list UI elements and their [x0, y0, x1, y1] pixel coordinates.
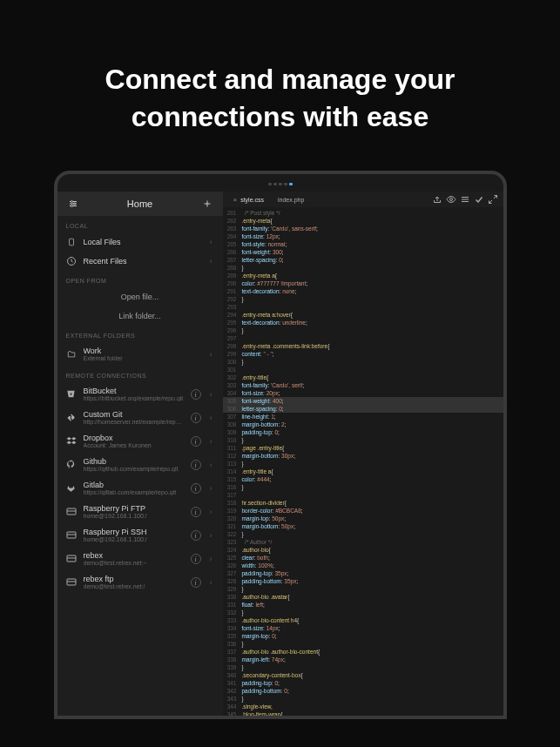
open-file-link[interactable]: Open file... — [57, 287, 223, 306]
expand-icon[interactable] — [488, 194, 498, 205]
code-line: 296 } — [223, 326, 503, 334]
sidebar-item-remote[interactable]: rebex demo@test.rebex.net:~ i › — [57, 547, 223, 570]
folder-icon — [66, 349, 77, 360]
share-icon[interactable] — [432, 194, 442, 205]
sidebar-item-sub: External folder — [84, 355, 201, 361]
connection-icon — [66, 389, 77, 400]
code-line: 319 border-color: #BCBCA8; — [223, 507, 503, 515]
svg-point-4 — [73, 203, 75, 205]
line-number: 290 — [223, 279, 242, 287]
sidebar-item-recent-files[interactable]: Recent Files › — [57, 252, 223, 271]
sidebar-item-remote[interactable]: Github https://github.com/example/repo.g… — [57, 453, 223, 476]
line-number: 296 — [223, 326, 242, 334]
line-number: 344 — [223, 703, 242, 710]
sidebar-item-label: Raspberry Pi FTP — [84, 504, 184, 513]
check-icon[interactable] — [474, 194, 484, 205]
line-number: 315 — [223, 475, 242, 483]
info-icon[interactable]: i — [191, 413, 201, 423]
editor-pane: × style.css index.php 281 /* Post style … — [223, 192, 503, 716]
sidebar-item-remote[interactable]: Dropbox Account: James Kuronen i › — [57, 429, 223, 453]
sidebar-item-label: Work — [84, 347, 201, 355]
chevron-right-icon: › — [208, 414, 214, 422]
line-number: 285 — [223, 240, 242, 248]
code-line: 322 } — [223, 530, 503, 538]
phone-icon — [66, 237, 77, 247]
line-number: 300 — [223, 358, 242, 366]
code-line: 282 .entry-meta { — [223, 217, 503, 225]
svg-rect-8 — [69, 239, 73, 246]
eye-icon[interactable] — [446, 194, 456, 205]
sidebar-item-work[interactable]: Work External folder › — [57, 342, 223, 366]
settings-icon[interactable] — [66, 197, 80, 211]
add-icon[interactable] — [200, 197, 214, 211]
info-icon[interactable]: i — [191, 507, 201, 517]
line-number: 317 — [223, 491, 242, 499]
code-line: 336 } — [223, 640, 503, 648]
sidebar-item-sub: https://gitlab.com/example/repo.git — [84, 489, 184, 495]
info-icon[interactable]: i — [191, 389, 201, 400]
info-icon[interactable]: i — [191, 483, 201, 494]
line-number: 295 — [223, 319, 242, 326]
section-external: EXTERNAL FOLDERS — [57, 326, 223, 342]
line-number: 318 — [223, 499, 242, 507]
info-icon[interactable]: i — [191, 436, 201, 447]
line-number: 337 — [223, 648, 242, 656]
page-heading: Connect and manage your connections with… — [0, 0, 560, 171]
line-number: 293 — [223, 303, 242, 311]
code-line: 304 font-size: 20px; — [223, 389, 503, 397]
sidebar-item-remote[interactable]: Raspberry Pi FTP home@192.168.1.100:/ i … — [57, 500, 223, 523]
sidebar-item-remote[interactable]: BitBucket https://bitbucket.org/example/… — [57, 382, 223, 406]
code-line: 345 .blog-item-wrap { — [223, 710, 503, 716]
info-icon[interactable]: i — [191, 530, 201, 541]
sidebar-item-label: rebex ftp — [84, 575, 184, 583]
sidebar-item-local-files[interactable]: Local Files › — [57, 232, 223, 252]
code-line: 321 margin-bottom: 50px; — [223, 522, 503, 530]
line-number: 345 — [223, 710, 242, 716]
line-number: 301 — [223, 366, 242, 374]
code-line: 340 .secondary-content-box { — [223, 671, 503, 679]
chevron-right-icon: › — [208, 578, 214, 587]
line-number: 341 — [223, 679, 242, 687]
chevron-right-icon: › — [208, 531, 214, 540]
info-icon[interactable]: i — [191, 460, 201, 470]
code-editor[interactable]: 281 /* Post style */282 .entry-meta {283… — [223, 207, 503, 716]
line-number: 311 — [223, 444, 242, 452]
line-number: 316 — [223, 483, 242, 491]
code-line: 330 .author-bio .avatar { — [223, 593, 503, 601]
section-remote: REMOTE CONNECTIONS — [57, 366, 223, 382]
tab-index-php[interactable]: index.php — [273, 197, 309, 203]
sidebar-item-label: Gitlab — [84, 481, 184, 489]
chevron-right-icon: › — [208, 437, 214, 446]
sidebar-item-label: rebex — [84, 551, 184, 560]
menu-icon[interactable] — [460, 194, 470, 205]
line-number: 305 — [223, 397, 242, 405]
connection-icon — [66, 413, 77, 423]
code-line: 313 } — [223, 460, 503, 468]
code-line: 325 clear: both; — [223, 554, 503, 562]
line-number: 294 — [223, 311, 242, 319]
code-line: 287 letter-spacing: 0; — [223, 256, 503, 264]
link-folder-link[interactable]: Link folder... — [57, 306, 223, 326]
line-number: 338 — [223, 656, 242, 663]
code-line: 324 .author-bio { — [223, 546, 503, 554]
sidebar-item-sub: http://homeserver.net/example/repo.git — [84, 419, 184, 425]
line-number: 340 — [223, 671, 242, 679]
sidebar-item-remote[interactable]: Raspberry Pi SSH home@192.168.1.100:/ i … — [57, 523, 223, 547]
code-line: 344 .single-view, — [223, 703, 503, 710]
tab-style-css[interactable]: × style.css — [228, 196, 270, 204]
sidebar-item-remote[interactable]: rebex ftp demo@test.rebex.net:/ i › — [57, 570, 223, 594]
info-icon[interactable]: i — [191, 554, 201, 564]
sidebar-item-remote[interactable]: Gitlab https://gitlab.com/example/repo.g… — [57, 476, 223, 500]
sidebar-item-label: Github — [84, 457, 184, 466]
line-number: 335 — [223, 632, 242, 640]
close-icon[interactable]: × — [233, 196, 238, 204]
info-icon[interactable]: i — [191, 577, 201, 588]
code-line: 290 color: #777777 !important; — [223, 279, 503, 287]
sidebar-item-remote[interactable]: Custom Git http://homeserver.net/example… — [57, 406, 223, 429]
line-number: 329 — [223, 585, 242, 593]
code-line: 288 } — [223, 264, 503, 272]
line-number: 325 — [223, 554, 242, 562]
sidebar-item-label: BitBucket — [84, 387, 184, 395]
line-number: 326 — [223, 562, 242, 569]
line-number: 286 — [223, 248, 242, 256]
